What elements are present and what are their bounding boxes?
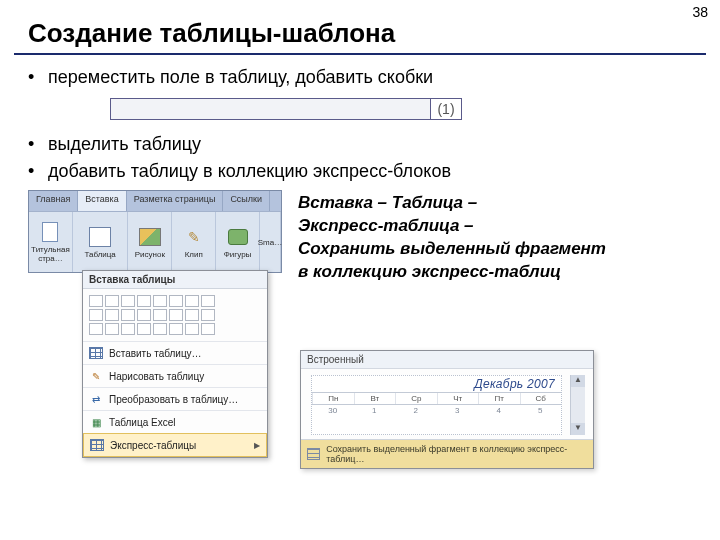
table-icon	[89, 226, 111, 248]
tab-insert[interactable]: Вставка	[78, 191, 126, 211]
picture-button[interactable]: Рисунок	[128, 212, 172, 272]
path-line-3: Сохранить выделенный фрагмент	[298, 239, 606, 258]
clip-icon: ✎	[183, 226, 205, 248]
convert-icon: ⇄	[89, 392, 103, 406]
shapes-label: Фигуры	[224, 250, 252, 259]
title-rule	[14, 53, 706, 55]
field-example: (1)	[110, 98, 462, 120]
tab-home[interactable]: Главная	[29, 191, 78, 211]
field-cell	[111, 99, 431, 119]
page-title: Создание таблицы-шаблона	[28, 18, 720, 49]
menu-insert-label: Вставить таблицу…	[109, 348, 202, 359]
pencil-icon: ✎	[89, 369, 103, 383]
calendar-preview[interactable]: Декабрь 2007 Пн Вт Ср Чт Пт Сб 30 1 2 3 …	[311, 375, 562, 435]
tab-layout[interactable]: Разметка страницы	[127, 191, 224, 211]
page-number: 38	[692, 4, 708, 20]
menu-excel-table[interactable]: ▦ Таблица Excel	[83, 410, 267, 433]
calendar-numbers: 30 1 2 3 4 5	[312, 405, 561, 416]
preview-scrollbar[interactable]: ▲ ▼	[570, 375, 585, 435]
chevron-right-icon: ▶	[254, 441, 260, 450]
smartart-label: Sma…	[258, 238, 282, 247]
menu-draw-label: Нарисовать таблицу	[109, 371, 204, 382]
field-placeholder: (1)	[431, 99, 461, 119]
menu-draw-table[interactable]: ✎ Нарисовать таблицу	[83, 364, 267, 387]
ribbon: Главная Вставка Разметка страницы Ссылки…	[28, 190, 282, 273]
dropdown-header: Вставка таблицы	[83, 271, 267, 289]
table-label: Таблица	[84, 250, 115, 259]
cover-page-label: Титульная стра…	[29, 245, 72, 263]
clip-label: Клип	[185, 250, 203, 259]
menu-express-tables[interactable]: Экспресс-таблицы ▶	[83, 433, 267, 457]
ribbon-tabs: Главная Вставка Разметка страницы Ссылки	[29, 191, 281, 211]
save-selection-label: Сохранить выделенный фрагмент в коллекци…	[326, 444, 587, 464]
path-line-2: Экспресс-таблица –	[298, 216, 474, 235]
menu-convert-table[interactable]: ⇄ Преобразовать в таблицу…	[83, 387, 267, 410]
preview-header: Встроенный	[301, 351, 593, 369]
table-small-icon	[89, 346, 103, 360]
word-screenshot-area: Главная Вставка Разметка страницы Ссылки…	[28, 190, 720, 470]
save-selection-item[interactable]: Сохранить выделенный фрагмент в коллекци…	[301, 439, 593, 468]
menu-convert-label: Преобразовать в таблицу…	[109, 394, 238, 405]
excel-icon: ▦	[89, 415, 103, 429]
menu-excel-label: Таблица Excel	[109, 417, 175, 428]
table-size-grid[interactable]	[83, 289, 267, 341]
calendar-days: Пн Вт Ср Чт Пт Сб	[312, 392, 561, 405]
path-line-1: Вставка – Таблица –	[298, 193, 477, 212]
shapes-icon	[227, 226, 249, 248]
express-table-preview: Встроенный Декабрь 2007 Пн Вт Ср Чт Пт С…	[300, 350, 594, 469]
bullet-1: переместить поле в таблицу, добавить ско…	[28, 67, 720, 88]
express-icon	[90, 438, 104, 452]
table-dropdown: Вставка таблицы Вставить таблицу… ✎ Нари…	[82, 270, 268, 458]
bullet-2: выделить таблицу	[28, 134, 720, 155]
picture-label: Рисунок	[135, 250, 165, 259]
bullet-list: переместить поле в таблицу, добавить ско…	[28, 67, 720, 88]
menu-path-text: Вставка – Таблица – Экспресс-таблица – С…	[298, 192, 658, 284]
smartart-button[interactable]: Sma…	[260, 212, 281, 272]
menu-insert-table[interactable]: Вставить таблицу…	[83, 341, 267, 364]
picture-icon	[139, 226, 161, 248]
cover-page-button[interactable]: Титульная стра…	[29, 212, 73, 272]
bullet-3: добавить таблицу в коллекцию экспресс-бл…	[28, 161, 720, 182]
table-button[interactable]: Таблица	[73, 212, 129, 272]
tab-references[interactable]: Ссылки	[223, 191, 270, 211]
scroll-down-icon[interactable]: ▼	[571, 423, 585, 435]
bullet-list-2: выделить таблицу добавить таблицу в колл…	[28, 134, 720, 182]
path-line-4: в коллекцию экспресс-таблиц	[298, 262, 561, 281]
calendar-month: Декабрь 2007	[312, 376, 561, 392]
shapes-button[interactable]: Фигуры	[216, 212, 260, 272]
ribbon-body: Титульная стра… Таблица Рисунок ✎ Клип Ф…	[29, 211, 281, 272]
clip-button[interactable]: ✎ Клип	[172, 212, 216, 272]
page-icon	[39, 221, 61, 243]
scroll-up-icon[interactable]: ▲	[571, 375, 585, 387]
menu-express-label: Экспресс-таблицы	[110, 440, 196, 451]
save-table-icon	[307, 448, 320, 460]
